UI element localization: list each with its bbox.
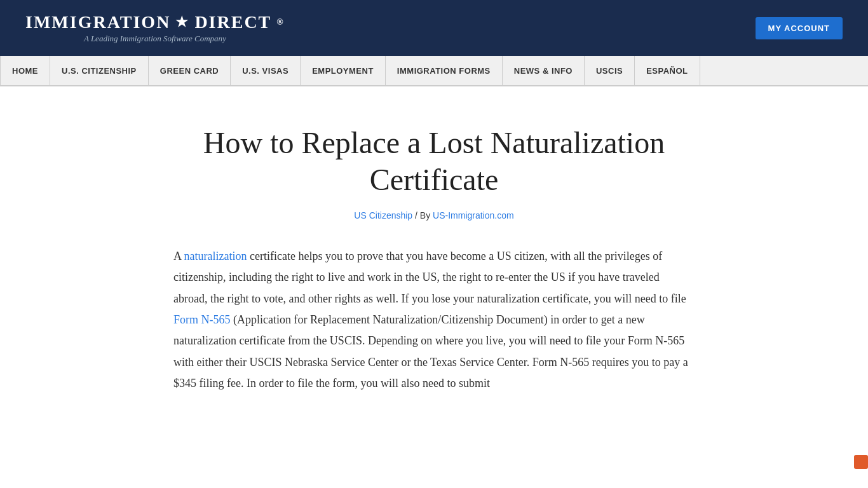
nav-item-visas[interactable]: U.S. VISAS: [231, 56, 301, 85]
article-title: How to Replace a Lost Naturalization Cer…: [173, 125, 695, 198]
body-intro: A: [173, 250, 184, 262]
logo-star-icon: ★: [175, 14, 189, 30]
logo-text: IMMIGRATION ★ DIRECT®: [25, 12, 285, 32]
article-meta: US Citizenship / By US-Immigration.com: [173, 210, 695, 220]
logo-registered: ®: [276, 17, 284, 27]
nav-item-forms[interactable]: IMMIGRATION FORMS: [386, 56, 503, 85]
body-part2: (Application for Replacement Naturalizat…: [173, 313, 688, 390]
article-body: A naturalization certificate helps you t…: [173, 246, 695, 394]
nav-item-espanol[interactable]: ESPAÑOL: [635, 56, 700, 85]
main-navigation: HOME U.S. CITIZENSHIP GREEN CARD U.S. VI…: [0, 56, 868, 86]
logo-direct: DIRECT: [194, 12, 271, 32]
scroll-indicator[interactable]: [854, 455, 868, 469]
form-n565-link[interactable]: Form N-565: [173, 313, 231, 326]
nav-item-employment[interactable]: EMPLOYMENT: [301, 56, 386, 85]
nav-item-uscis[interactable]: USCIS: [585, 56, 635, 85]
nav-item-citizenship[interactable]: U.S. CITIZENSHIP: [50, 56, 149, 85]
article-meta-separator: / By: [412, 210, 433, 220]
logo-brand: IMMIGRATION: [25, 12, 170, 32]
logo-tagline: A Leading Immigration Software Company: [84, 34, 226, 44]
article-category-link[interactable]: US Citizenship: [354, 210, 412, 220]
main-content: How to Replace a Lost Naturalization Cer…: [148, 86, 720, 432]
logo: IMMIGRATION ★ DIRECT® A Leading Immigrat…: [25, 12, 285, 44]
nav-item-home[interactable]: HOME: [0, 56, 50, 85]
nav-item-news[interactable]: NEWS & INFO: [503, 56, 585, 85]
site-header: IMMIGRATION ★ DIRECT® A Leading Immigrat…: [0, 0, 868, 56]
my-account-button[interactable]: MY ACCOUNT: [756, 17, 843, 39]
body-part1: certificate helps you to prove that you …: [173, 250, 686, 305]
nav-item-green-card[interactable]: GREEN CARD: [149, 56, 231, 85]
naturalization-link[interactable]: naturalization: [184, 250, 247, 262]
article-paragraph-1: A naturalization certificate helps you t…: [173, 246, 695, 394]
article-author-link[interactable]: US-Immigration.com: [433, 210, 514, 220]
